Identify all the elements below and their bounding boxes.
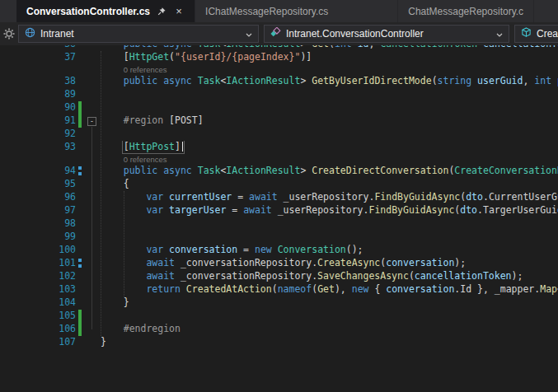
token: ); — [512, 270, 523, 282]
token: Conversation — [278, 244, 346, 255]
token: } — [124, 296, 129, 308]
change-margin — [76, 244, 84, 257]
line-number: 92 — [0, 128, 76, 141]
code-line: public async Task<IActionResult> GetByUs… — [101, 75, 558, 88]
token: public async — [124, 165, 198, 176]
code-line: #region [POST] — [101, 114, 558, 128]
member-dropdown[interactable]: Crea — [514, 25, 558, 43]
vs-editor-window: ConversationController.cs × IChatMessage… — [0, 0, 558, 392]
codelens-references[interactable]: 0 references — [124, 65, 167, 74]
code-line: public async Task<IActionResult> CreateD… — [101, 165, 558, 178]
code-row: 98 — [0, 217, 558, 231]
line-number: 99 — [0, 231, 76, 244]
chevron-down-icon — [496, 28, 503, 40]
code-row: 38 public async Task<IActionResult> GetB… — [0, 75, 558, 88]
token: = — [232, 191, 249, 203]
chevron-down-icon — [246, 28, 252, 40]
code-row: 99 — [0, 231, 558, 244]
code-row: 91- #region [POST] — [0, 114, 558, 128]
token: conversation — [386, 283, 454, 295]
token: Task — [198, 165, 221, 176]
change-margin — [76, 51, 84, 64]
code-row: 90 — [0, 101, 558, 114]
type-name: Intranet.ConversationController — [286, 28, 491, 40]
fold-toggle[interactable]: - — [87, 117, 96, 126]
line-number: 107 — [0, 336, 76, 349]
fold-margin — [84, 283, 101, 296]
tab-label: ChatMessageRepository.c — [408, 6, 523, 17]
text-caret — [182, 142, 183, 152]
code-line: #endregion — [101, 323, 558, 336]
token: public async — [124, 75, 198, 86]
line-number: 38 — [0, 75, 76, 88]
fold-margin — [84, 323, 101, 336]
code-line: return CreatedAtAction(nameof(Get), new … — [101, 283, 558, 296]
token: ), — [335, 283, 352, 295]
line-number: 97 — [0, 204, 76, 217]
token: #region — [124, 114, 169, 126]
codelens-references[interactable]: 0 references — [124, 155, 167, 164]
tab-ichatmessagerepository[interactable]: IChatMessageRepository.cs — [195, 0, 398, 22]
current-line-box: [HttpPost] — [124, 141, 183, 152]
fold-margin — [84, 336, 101, 349]
code-line: await _conversationRepository.CreateAsyn… — [101, 257, 558, 270]
token: = — [226, 204, 243, 216]
line-number: 94 — [0, 165, 76, 178]
fold-margin — [84, 310, 101, 323]
token: _conversationRepository. — [181, 270, 317, 282]
token: (); — [346, 244, 363, 255]
token: await — [146, 257, 181, 268]
fold-margin — [84, 178, 101, 191]
change-margin — [76, 283, 84, 296]
token: conversation — [169, 244, 237, 255]
fold-margin — [84, 128, 101, 141]
token: var — [146, 244, 169, 255]
code-row: 102 await _conversationRepository.SaveCh… — [0, 270, 558, 283]
token: await — [243, 204, 278, 216]
token: )] — [300, 51, 312, 63]
project-dropdown[interactable]: Intranet — [18, 25, 259, 43]
code-editor[interactable]: 36 public async Task<IActionResult> Get(… — [0, 38, 558, 349]
code-line — [101, 101, 558, 114]
token: targerUser — [169, 204, 226, 216]
code-line: 0 references — [101, 64, 558, 75]
tab-label: ConversationController.cs — [26, 6, 150, 17]
code-line: 0 references — [101, 154, 558, 165]
fold-margin — [84, 75, 101, 88]
code-line — [101, 217, 558, 231]
token: .TargerUserGuid — [477, 204, 558, 216]
token: IActionResult — [226, 165, 300, 176]
token: var — [146, 204, 169, 216]
line-number: 91 — [0, 114, 76, 128]
fold-margin — [84, 101, 101, 114]
token: _userRepository. — [278, 204, 369, 216]
line-number: 106 — [0, 323, 76, 336]
code-row: 100 var conversation = new Conversation(… — [0, 244, 558, 257]
change-margin — [76, 128, 84, 141]
gear-icon[interactable] — [2, 27, 16, 40]
code-row: 93 [HttpPost] — [0, 141, 558, 154]
line-number: 37 — [0, 51, 76, 64]
token: [POST] — [169, 114, 204, 126]
fold-margin — [84, 51, 101, 64]
change-margin — [76, 217, 84, 231]
line-number: 104 — [0, 296, 76, 310]
code-line: await _conversationRepository.SaveChange… — [101, 270, 558, 283]
fold-margin — [84, 231, 101, 244]
fold-margin — [84, 270, 101, 283]
code-row: 95 { — [0, 178, 558, 191]
change-margin — [76, 88, 84, 101]
class-icon — [270, 27, 281, 40]
change-margin — [76, 64, 84, 75]
fold-margin — [84, 217, 101, 231]
close-icon[interactable]: × — [173, 6, 185, 17]
code-line: var targerUser = await _userRepository.F… — [101, 204, 558, 217]
token: FindByGuidAsync — [374, 191, 460, 203]
token: ( — [409, 270, 415, 282]
type-dropdown[interactable]: Intranet.ConversationController — [264, 25, 509, 43]
pin-icon[interactable] — [156, 6, 167, 17]
code-line: [HttpPost] — [101, 141, 558, 154]
tab-chatmessagerepository[interactable]: ChatMessageRepository.c — [398, 0, 534, 22]
token: _conversationRepository. — [181, 257, 317, 268]
tab-conversationcontroller[interactable]: ConversationController.cs × — [16, 0, 195, 22]
